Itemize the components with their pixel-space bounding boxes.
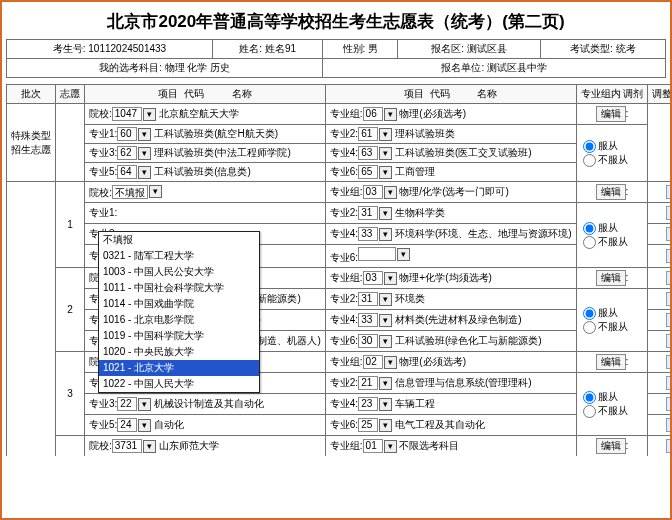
edit-button[interactable]: 编辑	[596, 354, 626, 370]
obey-radio[interactable]: 服从	[583, 140, 618, 151]
dropdown-option[interactable]: 1020 - 中央民族大学	[99, 344, 259, 360]
unit-val: 测试区县中学	[487, 62, 547, 73]
chevron-down-icon[interactable]: ▾	[143, 440, 156, 453]
hdr-code1: 代码	[184, 88, 204, 99]
hdr-order: 调整 顺序	[648, 85, 672, 104]
add-button[interactable]: ＋	[666, 227, 672, 241]
chevron-down-icon[interactable]: ▾	[384, 272, 397, 285]
dropdown-option-selected[interactable]: 1021 - 北京大学	[99, 360, 259, 376]
chevron-down-icon[interactable]: ▾	[138, 398, 151, 411]
major-input[interactable]: 64▾	[117, 165, 151, 179]
obey-radio[interactable]: 服从	[583, 307, 618, 318]
chevron-down-icon[interactable]: ▾	[379, 398, 392, 411]
major-input[interactable]: 63▾	[358, 146, 392, 160]
school-input[interactable]: 1047▾	[112, 107, 156, 121]
edit-button[interactable]: 编辑	[596, 270, 626, 286]
group-input[interactable]: 01▾	[363, 439, 397, 453]
chevron-down-icon[interactable]: ▾	[143, 108, 156, 121]
major-input[interactable]: 25▾	[358, 418, 392, 432]
dropdown-option[interactable]: 1014 - 中国戏曲学院	[99, 296, 259, 312]
chevron-down-icon[interactable]: ▾	[384, 440, 397, 453]
noobey-radio[interactable]: 不服从	[583, 154, 628, 165]
noobey-radio[interactable]: 不服从	[583, 321, 628, 332]
hdr-item1: 项目	[158, 88, 178, 99]
chevron-down-icon[interactable]: ▾	[138, 419, 151, 432]
major-input[interactable]: 33▾	[358, 313, 392, 327]
edit-button[interactable]: 编辑	[596, 438, 626, 454]
major-input[interactable]: ▾	[358, 247, 410, 261]
major-input[interactable]: 30▾	[358, 334, 392, 348]
dropdown-option[interactable]: 0321 - 陆军工程大学	[99, 248, 259, 264]
group-input[interactable]: 06▾	[363, 107, 397, 121]
add-button[interactable]: ＋	[666, 313, 672, 327]
area-val: 测试区县	[467, 43, 507, 54]
dropdown-option[interactable]: 1016 - 北京电影学院	[99, 312, 259, 328]
chevron-down-icon[interactable]: ▾	[379, 377, 392, 390]
school-dropdown-open[interactable]: 不填报▾	[112, 185, 162, 199]
school-input[interactable]: 3731▾	[112, 439, 156, 453]
obey-radio[interactable]: 服从	[583, 391, 618, 402]
major-input[interactable]: 65▾	[358, 165, 392, 179]
group-input[interactable]: 02▾	[363, 355, 397, 369]
group-input[interactable]: 03▾	[363, 271, 397, 285]
noobey-radio[interactable]: 不服从	[583, 236, 628, 247]
move-up-button[interactable]: ↑	[666, 185, 672, 199]
edit-button[interactable]: 编辑	[596, 184, 626, 200]
subj-val: 物理 化学 历史	[165, 62, 231, 73]
chevron-down-icon[interactable]: ▾	[379, 128, 392, 141]
add-button[interactable]: ＋	[666, 397, 672, 411]
name-val: 姓名91	[265, 43, 296, 54]
chevron-down-icon[interactable]: ▾	[379, 314, 392, 327]
hdr-name1: 名称	[232, 88, 252, 99]
edit-button[interactable]: 编辑	[596, 106, 626, 122]
group-input[interactable]: 03▾	[363, 185, 397, 199]
major-input[interactable]: 61▾	[358, 127, 392, 141]
major-input[interactable]: 24▾	[117, 418, 151, 432]
move-up-button[interactable]: ↑	[666, 355, 672, 369]
hdr-wish: 志愿	[56, 85, 85, 104]
chevron-down-icon[interactable]: ▾	[379, 335, 392, 348]
special-wish	[56, 104, 85, 182]
chevron-down-icon[interactable]: ▾	[384, 108, 397, 121]
remove-button[interactable]: －	[666, 418, 672, 432]
move-up-button[interactable]: ↑	[666, 271, 672, 285]
chevron-down-icon[interactable]: ▾	[149, 185, 162, 198]
dropdown-option[interactable]: 1022 - 中国人民大学	[99, 376, 259, 392]
move-down-button[interactable]: ↓	[666, 292, 672, 306]
obey-radio[interactable]: 服从	[583, 222, 618, 233]
chevron-down-icon[interactable]: ▾	[384, 186, 397, 199]
major-input[interactable]: 60▾	[117, 127, 151, 141]
chevron-down-icon[interactable]: ▾	[379, 166, 392, 179]
chevron-down-icon[interactable]: ▾	[379, 293, 392, 306]
dropdown-option[interactable]: 不填报	[99, 232, 259, 248]
remove-button[interactable]: －	[666, 334, 672, 348]
noobey-radio[interactable]: 不服从	[583, 405, 628, 416]
chevron-down-icon[interactable]: ▾	[379, 419, 392, 432]
major-input[interactable]: 22▾	[117, 397, 151, 411]
major-input[interactable]: 21▾	[358, 376, 392, 390]
chevron-down-icon[interactable]: ▾	[384, 356, 397, 369]
chevron-down-icon[interactable]: ▾	[379, 147, 392, 160]
hdr-batch: 批次	[7, 85, 56, 104]
major-input[interactable]: 23▾	[358, 397, 392, 411]
remove-button[interactable]: －	[666, 249, 672, 263]
move-down-button[interactable]: ↓	[666, 206, 672, 220]
chevron-down-icon[interactable]: ▾	[138, 147, 151, 160]
dropdown-option[interactable]: 1003 - 中国人民公安大学	[99, 264, 259, 280]
chevron-down-icon[interactable]: ▾	[379, 228, 392, 241]
dropdown-option[interactable]: 1011 - 中国社会科学院大学	[99, 280, 259, 296]
major-input[interactable]: 62▾	[117, 146, 151, 160]
chevron-down-icon[interactable]: ▾	[397, 248, 410, 261]
move-up-button[interactable]: ↑	[666, 439, 672, 453]
chevron-down-icon[interactable]: ▾	[379, 207, 392, 220]
chevron-down-icon[interactable]: ▾	[138, 166, 151, 179]
major-input[interactable]: 33▾	[358, 227, 392, 241]
major-input[interactable]: 31▾	[358, 292, 392, 306]
dropdown-option[interactable]: 1019 - 中国科学院大学	[99, 328, 259, 344]
major-input[interactable]: 31▾	[358, 206, 392, 220]
chevron-down-icon[interactable]: ▾	[138, 128, 151, 141]
school-dropdown-panel[interactable]: 不填报 0321 - 陆军工程大学 1003 - 中国人民公安大学 1011 -…	[98, 231, 260, 393]
hdr-item2: 项目	[404, 88, 424, 99]
page-title: 北京市2020年普通高等学校招生考生志愿表（统考）(第二页)	[2, 2, 670, 39]
move-down-button[interactable]: ↓	[666, 376, 672, 390]
